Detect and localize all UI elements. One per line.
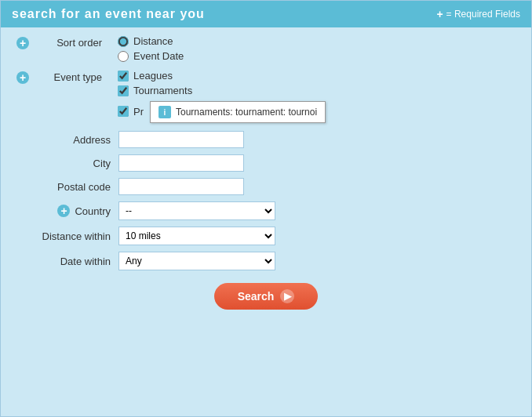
sort-order-label: Sort order [35,37,118,49]
search-button-arrow-icon: ▶ [280,289,294,303]
city-row: City [16,154,516,172]
required-plus-icon: + [436,8,443,20]
sort-order-section: + Sort order Distance Event Date [16,35,516,62]
pr-checkbox[interactable] [118,106,129,117]
sort-order-required-icon: + [16,37,29,49]
tournament-tooltip: i Tournaments: tournament: tournoi [150,101,326,123]
required-fields-label: + = Required Fields [436,8,520,20]
leagues-checkbox[interactable] [118,71,129,82]
leagues-option[interactable]: Leagues [118,70,326,82]
event-type-fields: Leagues Tournaments Pr i Tournaments: to… [118,70,326,123]
event-type-section: + Event type Leagues Tournaments Pr [16,70,516,123]
tooltip-text: Tournaments: tournament: tournoi [176,107,317,118]
sort-order-fields: Distance Event Date [118,35,184,62]
sort-order-icon-wrapper: + [16,37,35,49]
address-input[interactable] [118,131,244,148]
search-button-area: Search ▶ [16,277,516,310]
event-type-required-icon: + [16,71,29,84]
event-type-label: Event type [35,71,118,83]
date-within-select[interactable]: Any 1 month 3 months 6 months 1 year [118,252,275,270]
postal-code-label: Postal code [16,181,118,193]
country-label: Country [75,205,111,217]
sort-event-date-radio[interactable] [118,51,129,62]
tooltip-icon: i [159,106,171,118]
pr-label: Pr [133,106,144,118]
sort-event-date-label: Event Date [133,50,184,62]
sort-distance-radio[interactable] [118,36,129,47]
country-required-icon: + [57,205,70,217]
search-button[interactable]: Search ▶ [214,283,319,310]
sort-distance-label: Distance [133,35,173,47]
event-type-icon-wrapper: + [16,71,35,84]
address-row: Address [16,131,516,148]
city-label: City [16,158,118,169]
search-button-label: Search [238,290,275,303]
tournaments-option[interactable]: Tournaments [118,85,326,96]
distance-within-row: Distance within 10 miles 25 miles 50 mil… [16,227,516,245]
address-label: Address [16,134,118,146]
distance-within-label: Distance within [16,230,118,242]
date-within-row: Date within Any 1 month 3 months 6 month… [16,252,516,270]
country-select[interactable]: -- [118,201,275,220]
pr-option[interactable]: Pr [118,106,144,118]
country-row: + Country -- [16,201,516,220]
country-label-wrapper: + Country [16,205,118,217]
distance-within-select[interactable]: 10 miles 25 miles 50 miles 100 miles [118,227,275,245]
tournaments-checkbox[interactable] [118,85,129,96]
pr-option-row: Pr i Tournaments: tournament: tournoi [118,100,326,123]
page-title: Search for an Event Near You [12,7,205,21]
date-within-label: Date within [16,256,118,267]
postal-code-row: Postal code [16,178,516,195]
form-content: + Sort order Distance Event Date + Event… [1,27,531,416]
sort-distance-option[interactable]: Distance [118,35,184,47]
postal-code-input[interactable] [118,178,244,195]
page-header: Search for an Event Near You + = Require… [1,1,531,27]
city-input[interactable] [118,154,244,172]
tournaments-label: Tournaments [133,85,192,96]
leagues-label: Leagues [133,70,173,82]
sort-event-date-option[interactable]: Event Date [118,50,184,62]
